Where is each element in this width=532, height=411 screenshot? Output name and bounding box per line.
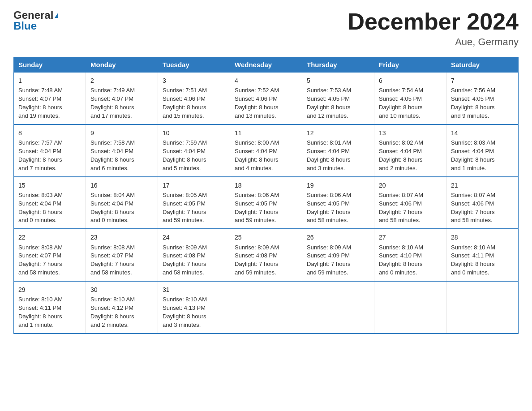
- day-info-line: Sunset: 4:05 PM: [379, 95, 442, 103]
- weekday-header-sunday: Sunday: [14, 57, 86, 73]
- day-number: 14: [451, 128, 514, 137]
- calendar-cell: [446, 281, 519, 334]
- calendar-cell: 21Sunrise: 8:07 AMSunset: 4:06 PMDayligh…: [446, 177, 519, 229]
- calendar-cell: 10Sunrise: 7:59 AMSunset: 4:04 PMDayligh…: [158, 124, 230, 177]
- day-info-line: Daylight: 7 hours: [163, 260, 225, 269]
- day-info-line: Sunset: 4:05 PM: [235, 200, 297, 208]
- weekday-header-saturday: Saturday: [446, 57, 519, 73]
- day-info-line: and 5 minutes.: [163, 164, 225, 173]
- location-subtitle: Aue, Germany: [348, 36, 519, 48]
- day-info-line: Daylight: 8 hours: [18, 313, 81, 321]
- calendar-week-row: 15Sunrise: 8:03 AMSunset: 4:04 PMDayligh…: [14, 177, 519, 229]
- day-info-line: Daylight: 7 hours: [307, 208, 369, 217]
- day-number: 8: [18, 128, 81, 137]
- day-info-line: and 1 minute.: [451, 164, 514, 173]
- day-info-line: Daylight: 8 hours: [90, 208, 153, 217]
- day-number: 4: [235, 76, 297, 85]
- calendar-cell: 23Sunrise: 8:08 AMSunset: 4:07 PMDayligh…: [86, 229, 158, 281]
- calendar-cell: [374, 281, 446, 334]
- day-info-line: Sunset: 4:07 PM: [90, 252, 153, 260]
- day-info-line: Daylight: 8 hours: [163, 313, 225, 321]
- day-info-line: Sunrise: 8:08 AM: [18, 244, 81, 252]
- day-info-line: Daylight: 8 hours: [307, 103, 369, 112]
- day-info-line: Sunset: 4:06 PM: [379, 200, 442, 208]
- day-number: 21: [451, 181, 514, 190]
- day-info-line: and 12 minutes.: [307, 112, 369, 120]
- day-info-line: Sunrise: 8:00 AM: [235, 139, 297, 147]
- weekday-header-tuesday: Tuesday: [158, 57, 230, 73]
- day-number: 10: [163, 128, 225, 137]
- day-number: 19: [307, 181, 369, 190]
- day-info-line: Daylight: 7 hours: [307, 260, 369, 269]
- calendar-cell: 6Sunrise: 7:54 AMSunset: 4:05 PMDaylight…: [374, 73, 446, 124]
- day-info-line: Sunrise: 8:04 AM: [90, 191, 153, 200]
- day-info-line: and 58 minutes.: [163, 269, 225, 277]
- day-info-line: and 9 minutes.: [451, 112, 514, 120]
- day-info-line: Sunset: 4:05 PM: [451, 95, 514, 103]
- day-info-line: Sunset: 4:07 PM: [18, 95, 81, 103]
- logo: General Blue: [13, 9, 58, 32]
- day-info-line: and 10 minutes.: [379, 112, 442, 120]
- calendar-cell: [302, 281, 374, 334]
- weekday-header-friday: Friday: [374, 57, 446, 73]
- day-info-line: Daylight: 8 hours: [379, 103, 442, 112]
- day-info-line: and 58 minutes.: [451, 216, 514, 225]
- day-info-line: and 15 minutes.: [163, 112, 225, 120]
- day-info-line: Daylight: 8 hours: [451, 103, 514, 112]
- day-info-line: Sunrise: 7:48 AM: [18, 86, 81, 95]
- day-info-line: Sunrise: 8:10 AM: [451, 244, 514, 252]
- day-info-line: and 0 minutes.: [18, 216, 81, 225]
- day-number: 27: [379, 233, 442, 242]
- day-info-line: Sunset: 4:11 PM: [451, 252, 514, 260]
- calendar-cell: 16Sunrise: 8:04 AMSunset: 4:04 PMDayligh…: [86, 177, 158, 229]
- day-number: 23: [90, 233, 153, 242]
- day-info-line: Sunrise: 8:07 AM: [379, 191, 442, 200]
- day-info-line: Sunrise: 8:09 AM: [235, 244, 297, 252]
- calendar-cell: 1Sunrise: 7:48 AMSunset: 4:07 PMDaylight…: [14, 73, 86, 124]
- day-info-line: Sunset: 4:04 PM: [18, 200, 81, 208]
- day-number: 18: [235, 181, 297, 190]
- day-info-line: Sunset: 4:06 PM: [235, 95, 297, 103]
- day-info-line: and 1 minute.: [18, 321, 81, 330]
- day-info-line: and 0 minutes.: [90, 216, 153, 225]
- day-info-line: Daylight: 8 hours: [90, 313, 153, 321]
- page-header: General Blue December 2024 Aue, Germany: [13, 9, 519, 48]
- day-info-line: Sunrise: 7:57 AM: [18, 139, 81, 147]
- page-title: December 2024: [348, 9, 519, 34]
- day-info-line: Daylight: 8 hours: [307, 156, 369, 164]
- day-number: 28: [451, 233, 514, 242]
- calendar-week-row: 29Sunrise: 8:10 AMSunset: 4:11 PMDayligh…: [14, 281, 519, 334]
- day-info-line: Sunset: 4:07 PM: [18, 252, 81, 260]
- day-info-line: Daylight: 8 hours: [90, 156, 153, 164]
- day-info-line: Sunset: 4:09 PM: [307, 252, 369, 260]
- calendar-table: SundayMondayTuesdayWednesdayThursdayFrid…: [13, 57, 519, 334]
- day-number: 29: [18, 285, 81, 294]
- day-info-line: Sunset: 4:10 PM: [379, 252, 442, 260]
- day-info-line: Daylight: 8 hours: [379, 156, 442, 164]
- day-info-line: Daylight: 8 hours: [163, 156, 225, 164]
- day-info-line: Sunrise: 7:59 AM: [163, 139, 225, 147]
- day-info-line: Sunset: 4:04 PM: [163, 147, 225, 156]
- calendar-cell: 12Sunrise: 8:01 AMSunset: 4:04 PMDayligh…: [302, 124, 374, 177]
- calendar-cell: 7Sunrise: 7:56 AMSunset: 4:05 PMDaylight…: [446, 73, 519, 124]
- weekday-header-monday: Monday: [86, 57, 158, 73]
- calendar-cell: 27Sunrise: 8:10 AMSunset: 4:10 PMDayligh…: [374, 229, 446, 281]
- day-number: 26: [307, 233, 369, 242]
- day-info-line: Sunset: 4:04 PM: [379, 147, 442, 156]
- calendar-cell: 20Sunrise: 8:07 AMSunset: 4:06 PMDayligh…: [374, 177, 446, 229]
- day-info-line: Sunset: 4:13 PM: [163, 304, 225, 313]
- day-info-line: Sunset: 4:04 PM: [90, 147, 153, 156]
- day-info-line: Daylight: 8 hours: [90, 103, 153, 112]
- title-area: December 2024 Aue, Germany: [348, 9, 519, 48]
- day-info-line: Daylight: 7 hours: [18, 260, 81, 269]
- calendar-week-row: 1Sunrise: 7:48 AMSunset: 4:07 PMDaylight…: [14, 73, 519, 124]
- day-info-line: Sunset: 4:04 PM: [451, 147, 514, 156]
- day-number: 7: [451, 76, 514, 85]
- day-info-line: Sunrise: 7:56 AM: [451, 86, 514, 95]
- day-info-line: and 3 minutes.: [163, 321, 225, 330]
- day-info-line: Sunrise: 8:09 AM: [307, 244, 369, 252]
- day-info-line: and 2 minutes.: [379, 164, 442, 173]
- day-info-line: Daylight: 8 hours: [18, 208, 81, 217]
- day-info-line: Sunrise: 8:10 AM: [163, 295, 225, 304]
- day-info-line: and 58 minutes.: [18, 269, 81, 277]
